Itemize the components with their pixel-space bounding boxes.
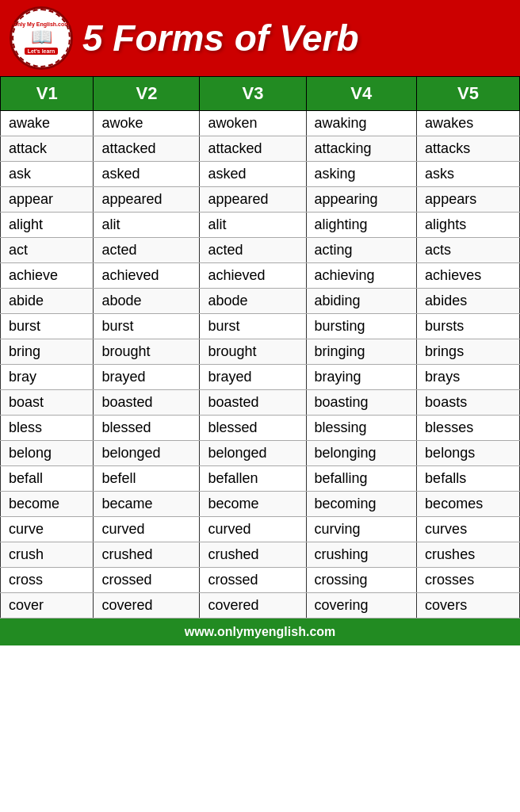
table-row: achieveachievedachievedachievingachieves	[1, 263, 520, 289]
cell-r11-c3: boasting	[306, 390, 417, 416]
cell-r2-c1: asked	[94, 162, 200, 187]
cell-r4-c4: alights	[417, 213, 520, 238]
table-row: belongbelongedbelongedbelongingbelongs	[1, 441, 520, 466]
table-row: curvecurvedcurvedcurvingcurves	[1, 517, 520, 542]
cell-r3-c1: appeared	[94, 187, 200, 213]
logo: Only My English.com 📖 Let's learn	[10, 6, 73, 70]
table-row: askaskedaskedaskingasks	[1, 162, 520, 187]
cell-r19-c1: covered	[94, 593, 200, 619]
cell-r7-c2: abode	[200, 289, 306, 314]
cell-r6-c2: achieved	[200, 263, 306, 289]
verb-forms-table: V1 V2 V3 V4 V5 awakeawokeawokenawakingaw…	[0, 76, 520, 619]
cell-r19-c0: cover	[1, 593, 94, 619]
cell-r17-c1: crushed	[94, 542, 200, 568]
cell-r13-c1: belonged	[94, 441, 200, 466]
cell-r18-c1: crossed	[94, 568, 200, 593]
cell-r4-c3: alighting	[306, 213, 417, 238]
page-wrapper: Only My English.com 📖 Let's learn 5 Form…	[0, 0, 520, 645]
cell-r9-c2: brought	[200, 339, 306, 365]
cell-r11-c1: boasted	[94, 390, 200, 416]
cell-r15-c1: became	[94, 492, 200, 517]
cell-r9-c1: brought	[94, 339, 200, 365]
cell-r9-c0: bring	[1, 339, 94, 365]
cell-r16-c1: curved	[94, 517, 200, 542]
cell-r6-c1: achieved	[94, 263, 200, 289]
cell-r16-c0: curve	[1, 517, 94, 542]
cell-r8-c1: burst	[94, 314, 200, 339]
website-url: www.onlymyenglish.com	[185, 625, 336, 638]
cell-r13-c3: belonging	[306, 441, 417, 466]
cell-r12-c1: blessed	[94, 416, 200, 441]
cell-r16-c2: curved	[200, 517, 306, 542]
cell-r3-c2: appeared	[200, 187, 306, 213]
cell-r1-c1: attacked	[94, 136, 200, 162]
cell-r3-c0: appear	[1, 187, 94, 213]
cell-r18-c4: crosses	[417, 568, 520, 593]
cell-r9-c4: brings	[417, 339, 520, 365]
cell-r17-c0: crush	[1, 542, 94, 568]
cell-r14-c1: befell	[94, 466, 200, 492]
header: Only My English.com 📖 Let's learn 5 Form…	[0, 0, 520, 76]
table-row: crushcrushedcrushedcrushingcrushes	[1, 542, 520, 568]
cell-r1-c0: attack	[1, 136, 94, 162]
cell-r17-c3: crushing	[306, 542, 417, 568]
cell-r1-c4: attacks	[417, 136, 520, 162]
cell-r15-c2: become	[200, 492, 306, 517]
cell-r14-c3: befalling	[306, 466, 417, 492]
table-row: blessblessedblessedblessingblesses	[1, 416, 520, 441]
cell-r2-c4: asks	[417, 162, 520, 187]
cell-r14-c0: befall	[1, 466, 94, 492]
col-v1: V1	[1, 77, 94, 111]
cell-r10-c0: bray	[1, 365, 94, 390]
cell-r15-c4: becomes	[417, 492, 520, 517]
cell-r8-c3: bursting	[306, 314, 417, 339]
cell-r19-c2: covered	[200, 593, 306, 619]
cell-r19-c3: covering	[306, 593, 417, 619]
cell-r0-c3: awaking	[306, 111, 417, 136]
cell-r2-c3: asking	[306, 162, 417, 187]
cell-r0-c4: awakes	[417, 111, 520, 136]
table-header-row: V1 V2 V3 V4 V5	[1, 77, 520, 111]
table-row: covercoveredcoveredcoveringcovers	[1, 593, 520, 619]
cell-r5-c2: acted	[200, 238, 306, 263]
cell-r6-c3: achieving	[306, 263, 417, 289]
cell-r3-c3: appearing	[306, 187, 417, 213]
cell-r3-c4: appears	[417, 187, 520, 213]
cell-r13-c0: belong	[1, 441, 94, 466]
cell-r4-c2: alit	[200, 213, 306, 238]
cell-r2-c0: ask	[1, 162, 94, 187]
cell-r5-c0: act	[1, 238, 94, 263]
col-v2: V2	[94, 77, 200, 111]
cell-r14-c4: befalls	[417, 466, 520, 492]
cell-r7-c0: abide	[1, 289, 94, 314]
footer: www.onlymyenglish.com	[0, 619, 520, 645]
cell-r7-c3: abiding	[306, 289, 417, 314]
cell-r5-c3: acting	[306, 238, 417, 263]
cell-r12-c3: blessing	[306, 416, 417, 441]
cell-r12-c4: blesses	[417, 416, 520, 441]
table-row: actactedactedactingacts	[1, 238, 520, 263]
cell-r10-c1: brayed	[94, 365, 200, 390]
cell-r4-c0: alight	[1, 213, 94, 238]
cell-r12-c0: bless	[1, 416, 94, 441]
cell-r16-c4: curves	[417, 517, 520, 542]
cell-r7-c1: abode	[94, 289, 200, 314]
cell-r17-c4: crushes	[417, 542, 520, 568]
cell-r12-c2: blessed	[200, 416, 306, 441]
table-row: awakeawokeawokenawakingawakes	[1, 111, 520, 136]
cell-r1-c3: attacking	[306, 136, 417, 162]
table-row: befallbefellbefallenbefallingbefalls	[1, 466, 520, 492]
cell-r0-c1: awoke	[94, 111, 200, 136]
col-v4: V4	[306, 77, 417, 111]
cell-r17-c2: crushed	[200, 542, 306, 568]
table-row: boastboastedboastedboastingboasts	[1, 390, 520, 416]
cell-r15-c3: becoming	[306, 492, 417, 517]
cell-r2-c2: asked	[200, 162, 306, 187]
table-row: braybrayedbrayedbrayingbrays	[1, 365, 520, 390]
cell-r0-c0: awake	[1, 111, 94, 136]
cell-r13-c4: belongs	[417, 441, 520, 466]
cell-r6-c0: achieve	[1, 263, 94, 289]
page-title: 5 Forms of Verb	[82, 17, 358, 59]
cell-r10-c3: braying	[306, 365, 417, 390]
cell-r8-c4: bursts	[417, 314, 520, 339]
